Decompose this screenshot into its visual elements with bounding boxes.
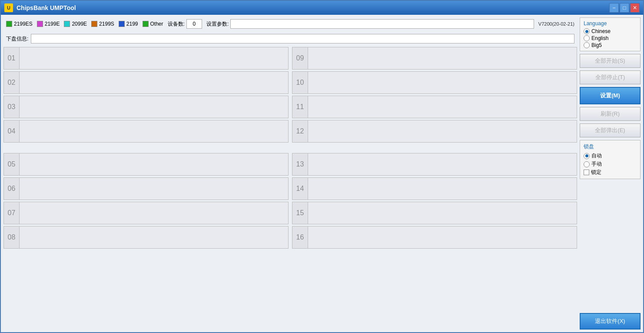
slot-num-10: 10 (292, 72, 308, 93)
title-bar: U ChipsBank UMPTool − □ ✕ (1, 1, 643, 15)
lock-checkbox-label: 锁定 (591, 169, 601, 176)
lock-section: 锁盘 自动 手动 锁定 (580, 140, 641, 179)
chip-dot-2199 (119, 21, 125, 27)
device-count-label: 设备数: (168, 20, 185, 28)
language-english-label: English (591, 35, 608, 41)
settings-label: 设置参数: (206, 20, 229, 28)
slot-content-09[interactable] (308, 47, 577, 69)
language-section: Language Chinese English Big5 (580, 17, 641, 51)
language-english[interactable]: English (584, 35, 637, 41)
slot-content-03[interactable] (20, 96, 288, 118)
lock-radio-group: 自动 手动 锁定 (584, 152, 637, 176)
slots-area: 01 02 03 04 (3, 47, 577, 330)
app-icon: U (4, 3, 13, 12)
lock-auto-label: 自动 (591, 152, 602, 160)
language-big5[interactable]: Big5 (584, 42, 637, 48)
lock-checkbox-item: 锁定 (584, 169, 637, 176)
stop-all-button[interactable]: 全部停止(T) (580, 70, 641, 84)
slot-num-14: 14 (292, 178, 308, 200)
settings-button[interactable]: 设置(M) (580, 87, 641, 104)
lock-checkbox[interactable] (584, 170, 589, 175)
settings-input[interactable] (230, 19, 534, 29)
slot-gap-left (3, 144, 289, 151)
info-label: 下盘信息: (6, 35, 28, 43)
slot-content-16[interactable] (308, 226, 577, 248)
slot-07: 07 (3, 202, 289, 224)
slot-16: 16 (292, 226, 577, 249)
slot-num-03: 03 (4, 96, 20, 118)
slot-content-10[interactable] (308, 72, 577, 93)
slot-content-15[interactable] (308, 202, 577, 224)
radio-english (584, 35, 590, 41)
close-button[interactable]: ✕ (630, 3, 640, 13)
maximize-button[interactable]: □ (620, 3, 629, 13)
chip-dot-2199e (37, 21, 43, 27)
chip-label-2199s: 2199S (99, 21, 114, 27)
slot-content-13[interactable] (308, 153, 577, 175)
language-radio-group: Chinese English Big5 (584, 28, 637, 48)
slot-12: 12 (292, 120, 577, 143)
slot-num-09: 09 (292, 47, 308, 69)
slot-num-11: 11 (292, 96, 308, 118)
content-area: 2199ES 2199E 2099E 2199S 2199 (1, 15, 643, 332)
slot-num-16: 16 (292, 226, 308, 248)
slot-content-06[interactable] (20, 178, 288, 200)
chip-2199es: 2199ES (6, 21, 33, 27)
language-chinese[interactable]: Chinese (584, 28, 637, 34)
slot-num-08: 08 (4, 226, 20, 248)
slot-content-14[interactable] (308, 178, 577, 200)
lock-title: 锁盘 (584, 143, 637, 150)
info-input[interactable] (31, 34, 574, 43)
chip-label-other: Other (150, 21, 163, 27)
chip-dot-2199s (91, 21, 97, 27)
start-all-button[interactable]: 全部开始(S) (580, 54, 641, 68)
slot-content-12[interactable] (308, 120, 577, 142)
chip-2099e: 2099E (64, 21, 87, 27)
slot-content-07[interactable] (20, 202, 288, 224)
lock-auto[interactable]: 自动 (584, 152, 637, 160)
window-controls: − □ ✕ (609, 3, 640, 13)
slots-left-column: 01 02 03 04 (3, 47, 289, 330)
sidebar: Language Chinese English Big5 (580, 17, 641, 330)
slot-10: 10 (292, 71, 577, 94)
chip-dot-2099e (64, 21, 70, 27)
minimize-button[interactable]: − (609, 3, 619, 13)
language-chinese-label: Chinese (591, 28, 611, 34)
lock-manual[interactable]: 手动 (584, 160, 637, 168)
chip-dot-other (143, 21, 149, 27)
info-bar: 下盘信息: (3, 33, 577, 44)
slot-num-01: 01 (4, 47, 20, 69)
slot-content-04[interactable] (20, 120, 288, 142)
slot-15: 15 (292, 202, 577, 224)
slot-content-11[interactable] (308, 96, 577, 118)
main-window: U ChipsBank UMPTool − □ ✕ 2199ES 2199E (0, 0, 644, 333)
slot-content-01[interactable] (20, 47, 288, 69)
slot-14: 14 (292, 177, 577, 200)
slot-09: 09 (292, 47, 577, 70)
slot-06: 06 (3, 177, 289, 200)
sidebar-spacer (580, 182, 641, 310)
slot-content-08[interactable] (20, 226, 288, 248)
slot-13: 13 (292, 153, 577, 176)
slot-num-02: 02 (4, 72, 20, 93)
settings-area: 设置参数: (206, 19, 534, 29)
slot-num-05: 05 (4, 153, 20, 175)
slot-num-06: 06 (4, 178, 20, 200)
eject-all-button[interactable]: 全部弹出(E) (580, 123, 641, 137)
slot-num-07: 07 (4, 202, 20, 224)
language-title: Language (584, 20, 637, 27)
slot-content-05[interactable] (20, 153, 288, 175)
slot-num-13: 13 (292, 153, 308, 175)
refresh-button[interactable]: 刷新(R) (580, 107, 641, 121)
chip-2199s: 2199S (91, 21, 114, 27)
slot-05: 05 (3, 153, 289, 176)
slot-content-02[interactable] (20, 72, 288, 93)
exit-button[interactable]: 退出软件(X) (580, 313, 641, 330)
slot-01: 01 (3, 47, 289, 70)
chip-label-2199es: 2199ES (14, 21, 33, 27)
chip-2199: 2199 (119, 21, 138, 27)
slot-11: 11 (292, 96, 577, 118)
slot-03: 03 (3, 96, 289, 118)
slot-gap-right (292, 144, 577, 151)
chip-dot-2199es (6, 21, 12, 27)
